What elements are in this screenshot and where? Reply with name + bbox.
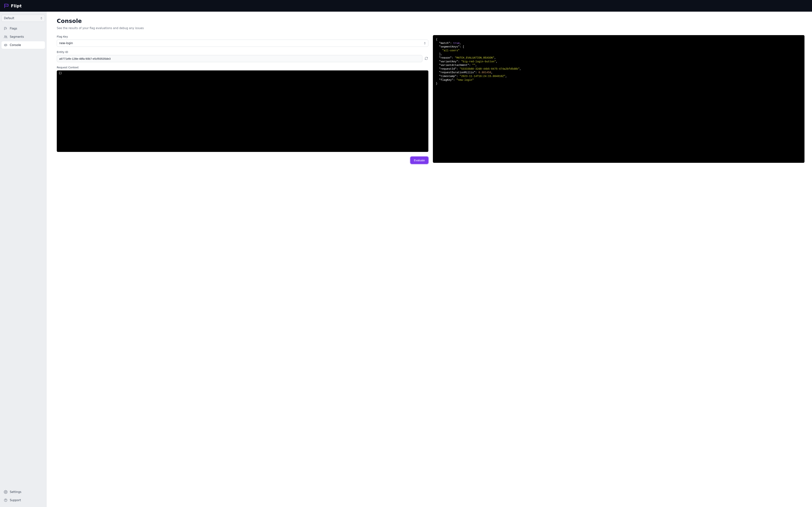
svg-point-4 <box>5 501 6 501</box>
svg-point-2 <box>5 492 6 493</box>
brand-name: Flipt <box>11 4 21 8</box>
regenerate-entity-id-button[interactable] <box>424 57 428 61</box>
brand-logo: Flipt <box>4 3 21 8</box>
sidebar-item-flags[interactable]: Flags <box>1 25 45 32</box>
sidebar-item-label: Support <box>10 499 21 502</box>
sidebar-bottom: Settings Support <box>1 488 45 504</box>
sidebar-item-label: Flags <box>10 27 17 30</box>
gear-icon <box>4 490 7 494</box>
chevron-updown-icon <box>40 17 43 20</box>
result-column: { "match": true, "segmentKeys": [ "all-u… <box>433 35 805 164</box>
evaluate-button[interactable]: Evaluate <box>410 157 428 164</box>
sidebar-item-segments[interactable]: Segments <box>1 33 45 41</box>
top-nav: Flipt <box>0 0 812 12</box>
page-subtitle: See the results of your flag evaluations… <box>57 26 805 30</box>
evaluate-form: Flag Key new-login Entity ID <box>57 35 428 164</box>
sidebar-item-support[interactable]: Support <box>1 497 45 504</box>
namespace-select-value: Default <box>4 16 14 20</box>
sidebar-nav: Flags Segments Console <box>1 25 45 49</box>
flag-icon <box>4 27 7 31</box>
flag-key-select[interactable]: new-login <box>57 40 428 47</box>
namespace-select[interactable]: Default <box>1 15 45 22</box>
svg-point-1 <box>6 36 7 37</box>
chevron-updown-icon <box>424 42 426 45</box>
main-content: Console See the results of your flag eva… <box>47 12 812 507</box>
sidebar: Default Flags <box>0 12 47 507</box>
sidebar-item-console[interactable]: Console <box>1 41 45 49</box>
entity-id-label: Entity ID <box>57 51 428 54</box>
sidebar-item-label: Settings <box>10 490 21 494</box>
result-json-panel: { "match": true, "segmentKeys": [ "all-u… <box>433 35 805 163</box>
svg-point-0 <box>4 36 5 37</box>
page-title: Console <box>57 18 805 24</box>
flag-key-label: Flag Key <box>57 35 428 38</box>
code-icon <box>4 43 7 47</box>
refresh-icon <box>424 57 428 61</box>
request-context-label: Request Context <box>57 66 428 69</box>
flag-key-value: new-login <box>59 42 73 45</box>
sidebar-item-settings[interactable]: Settings <box>1 488 45 496</box>
request-context-editor[interactable] <box>57 70 428 152</box>
sidebar-item-label: Console <box>10 43 21 47</box>
flag-logo-icon <box>4 3 9 8</box>
entity-id-input[interactable] <box>57 55 422 62</box>
users-icon <box>4 35 7 39</box>
help-icon <box>4 498 7 502</box>
sidebar-item-label: Segments <box>10 35 24 39</box>
